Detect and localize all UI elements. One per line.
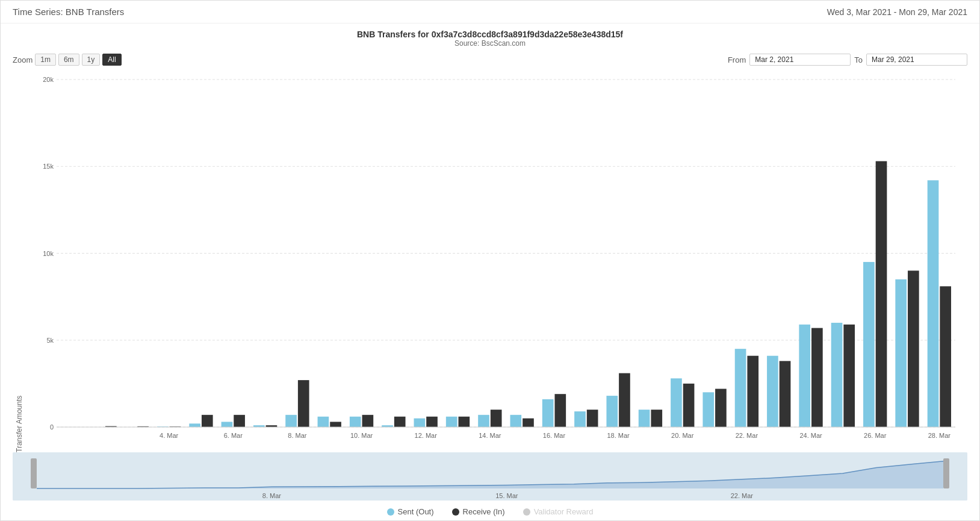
to-label: To [854, 55, 863, 64]
svg-rect-38 [574, 411, 586, 427]
svg-rect-47 [715, 389, 727, 427]
svg-rect-34 [510, 415, 521, 427]
to-date-input[interactable] [866, 54, 967, 66]
zoom-all-button[interactable]: All [102, 54, 121, 66]
svg-rect-41 [619, 373, 630, 427]
svg-text:8. Mar: 8. Mar [262, 492, 282, 499]
svg-rect-46 [702, 392, 714, 427]
svg-rect-21 [298, 380, 309, 427]
svg-text:10k: 10k [43, 250, 54, 257]
svg-rect-56 [863, 262, 875, 427]
zoom-row: Zoom 1m 6m 1y All [13, 54, 122, 66]
svg-rect-28 [414, 419, 426, 427]
chart-area: BNB Transfers for 0xf3a7c3d8ccd8cf3a891f… [1, 23, 979, 521]
svg-rect-53 [811, 328, 823, 427]
svg-rect-17 [234, 415, 245, 427]
svg-text:24. Mar: 24. Mar [799, 432, 822, 439]
svg-rect-50 [767, 356, 778, 427]
svg-rect-44 [671, 378, 682, 427]
svg-rect-23 [330, 422, 341, 427]
svg-rect-57 [876, 161, 887, 427]
legend-row: Sent (Out) Receive (In) Validator Reward [13, 504, 967, 520]
svg-text:26. Mar: 26. Mar [864, 432, 887, 439]
svg-rect-22 [318, 417, 329, 427]
svg-rect-40 [606, 396, 618, 427]
chart-title: BNB Transfers for 0xf3a7c3d8ccd8cf3a891f… [13, 30, 967, 39]
legend-receive-dot [452, 508, 459, 516]
legend-receive-label: Receive (In) [463, 507, 505, 516]
top-bar: Time Series: BNB Transfers Wed 3, Mar 20… [1, 1, 979, 23]
svg-rect-42 [639, 410, 650, 427]
svg-rect-77 [31, 458, 37, 488]
svg-rect-36 [542, 399, 554, 427]
from-date-input[interactable] [749, 54, 851, 66]
legend-receive: Receive (In) [452, 507, 505, 516]
svg-rect-29 [426, 417, 438, 427]
date-range-header: Wed 3, Mar 2021 - Mon 29, Mar 2021 [827, 7, 967, 17]
svg-rect-39 [587, 410, 598, 427]
zoom-6m-button[interactable]: 6m [58, 54, 79, 66]
svg-text:14. Mar: 14. Mar [479, 432, 501, 439]
chart-source: Source: BscScan.com [13, 39, 967, 48]
from-label: From [728, 55, 746, 64]
svg-text:6. Mar: 6. Mar [224, 432, 243, 439]
svg-rect-14 [189, 423, 200, 427]
svg-rect-43 [651, 410, 662, 427]
svg-rect-45 [683, 384, 695, 427]
svg-text:20. Mar: 20. Mar [671, 432, 694, 439]
svg-rect-78 [943, 458, 949, 488]
svg-rect-33 [491, 410, 502, 427]
svg-rect-59 [908, 270, 919, 427]
zoom-1y-button[interactable]: 1y [82, 54, 101, 66]
svg-text:22. Mar: 22. Mar [731, 492, 754, 499]
svg-text:20k: 20k [43, 76, 54, 83]
svg-text:0: 0 [50, 423, 54, 431]
svg-rect-16 [222, 422, 233, 427]
svg-rect-27 [394, 417, 406, 427]
svg-rect-32 [478, 415, 489, 427]
svg-text:28. Mar: 28. Mar [928, 432, 951, 439]
legend-validator: Validator Reward [523, 507, 594, 516]
svg-text:8. Mar: 8. Mar [288, 432, 307, 439]
svg-rect-52 [799, 325, 810, 427]
svg-text:15. Mar: 15. Mar [495, 492, 518, 499]
svg-rect-37 [554, 394, 566, 427]
svg-rect-49 [747, 356, 758, 427]
svg-text:10. Mar: 10. Mar [350, 432, 373, 439]
chart-inner: 05k10k15k20k4. Mar6. Mar8. Mar10. Mar12.… [23, 69, 967, 452]
legend-sent: Sent (Out) [387, 507, 434, 516]
svg-text:12. Mar: 12. Mar [415, 432, 438, 439]
date-range-inputs: From To [728, 54, 967, 66]
svg-rect-58 [895, 279, 907, 427]
zoom-date-row: Zoom 1m 6m 1y All From To [13, 54, 967, 66]
svg-rect-25 [362, 415, 374, 427]
svg-rect-51 [780, 361, 791, 427]
y-axis-label: Transfer Amounts [13, 69, 23, 452]
svg-text:22. Mar: 22. Mar [736, 432, 758, 439]
svg-text:5k: 5k [46, 337, 54, 344]
svg-rect-54 [831, 323, 843, 427]
navigator-chart[interactable]: 8. Mar15. Mar22. Mar [13, 452, 967, 501]
svg-rect-55 [843, 325, 855, 427]
zoom-1m-button[interactable]: 1m [35, 54, 56, 66]
svg-rect-35 [523, 419, 534, 427]
svg-rect-30 [446, 417, 457, 427]
svg-text:18. Mar: 18. Mar [607, 432, 630, 439]
legend-validator-dot [523, 508, 530, 516]
svg-rect-20 [285, 415, 297, 427]
svg-rect-31 [459, 417, 470, 427]
navigator-container[interactable]: 8. Mar15. Mar22. Mar [13, 452, 967, 501]
bar-chart: 05k10k15k20k4. Mar6. Mar8. Mar10. Mar12.… [23, 69, 967, 452]
zoom-label: Zoom [13, 55, 33, 64]
legend-sent-dot [387, 508, 394, 516]
svg-rect-24 [350, 417, 361, 427]
svg-text:16. Mar: 16. Mar [543, 432, 566, 439]
svg-text:4. Mar: 4. Mar [160, 432, 179, 439]
chart-title-block: BNB Transfers for 0xf3a7c3d8ccd8cf3a891f… [13, 30, 967, 48]
svg-rect-15 [202, 415, 213, 427]
legend-sent-label: Sent (Out) [398, 507, 434, 516]
page-title: Time Series: BNB Transfers [13, 7, 124, 17]
legend-validator-label: Validator Reward [534, 507, 594, 516]
svg-text:15k: 15k [43, 163, 54, 170]
svg-rect-48 [735, 349, 746, 427]
